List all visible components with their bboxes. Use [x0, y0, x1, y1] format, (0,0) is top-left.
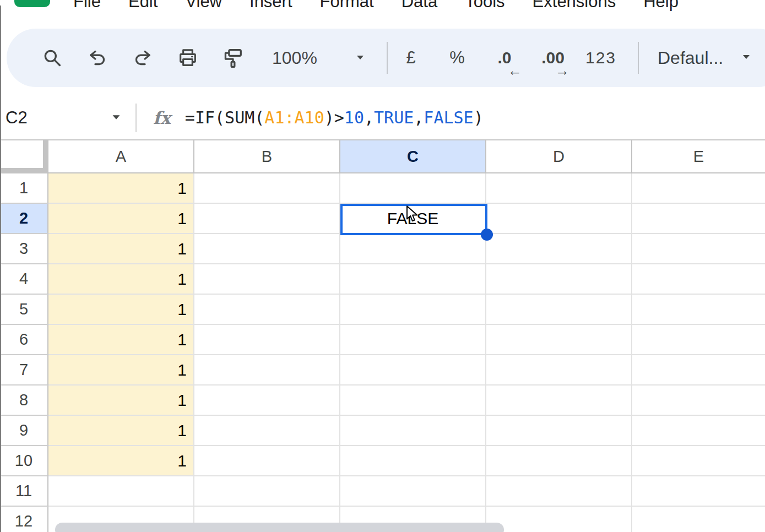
zoom-selector[interactable]: 100%	[269, 48, 373, 68]
cell-E1[interactable]	[632, 173, 765, 204]
cell-D4[interactable]	[486, 264, 632, 295]
search-button[interactable]	[30, 35, 75, 80]
row-header-12[interactable]: 12	[0, 507, 48, 532]
print-button[interactable]	[165, 35, 210, 80]
cell-B11[interactable]	[194, 476, 340, 507]
cell-D5[interactable]	[486, 295, 632, 325]
cell-E11[interactable]	[632, 476, 765, 507]
cell-B6[interactable]	[194, 325, 340, 355]
cell-D3[interactable]	[486, 234, 632, 264]
decrease-decimal-button[interactable]: .0 ←	[480, 35, 529, 80]
row-header-5[interactable]: 5	[0, 295, 48, 325]
cell-C5[interactable]	[340, 295, 486, 325]
cell-D10[interactable]	[486, 446, 632, 476]
format-percent-button[interactable]: %	[434, 48, 480, 68]
cell-E3[interactable]	[632, 234, 765, 264]
row-header-8[interactable]: 8	[0, 386, 48, 416]
format-currency-button[interactable]: £	[388, 48, 434, 68]
column-header-d[interactable]: D	[486, 140, 632, 173]
row-header-2[interactable]: 2	[0, 204, 48, 234]
cell-D7[interactable]	[486, 355, 632, 386]
active-cell-selection[interactable]	[340, 204, 487, 235]
cell-A1[interactable]: 1	[48, 173, 194, 204]
horizontal-scrollbar[interactable]	[55, 523, 504, 532]
row-header-3[interactable]: 3	[0, 234, 48, 264]
cell-D11[interactable]	[486, 476, 632, 507]
column-header-c[interactable]: C	[340, 140, 486, 173]
fill-handle[interactable]	[481, 229, 493, 241]
menu-item-extensions[interactable]: Extensions	[533, 0, 616, 10]
more-formats-button[interactable]: 123	[577, 48, 625, 67]
menu-item-file[interactable]: File	[73, 0, 101, 10]
cell-E9[interactable]	[632, 416, 765, 446]
formula-input[interactable]: =IF(SUM(A1:A10)>10,TRUE,FALSE)	[185, 108, 484, 127]
cell-C6[interactable]	[340, 325, 486, 355]
row-header-11[interactable]: 11	[0, 476, 48, 507]
cell-D9[interactable]	[486, 416, 632, 446]
cell-C4[interactable]	[340, 264, 486, 295]
cell-B9[interactable]	[194, 416, 340, 446]
menu-item-data[interactable]: Data	[402, 0, 437, 10]
row-header-1[interactable]: 1	[0, 173, 48, 204]
cell-A10[interactable]: 1	[48, 446, 194, 476]
menu-item-edit[interactable]: Edit	[128, 0, 158, 10]
cell-E4[interactable]	[632, 264, 765, 295]
cell-A7[interactable]: 1	[48, 355, 194, 386]
select-all-corner[interactable]	[0, 140, 48, 173]
menu-item-view[interactable]: View	[185, 0, 222, 10]
menu-item-help[interactable]: Help	[643, 0, 679, 10]
cell-B8[interactable]	[194, 386, 340, 416]
cell-C9[interactable]	[340, 416, 486, 446]
row-header-6[interactable]: 6	[0, 325, 48, 355]
cell-C11[interactable]	[340, 476, 486, 507]
sheets-logo-icon[interactable]	[14, 0, 50, 7]
cell-A3[interactable]: 1	[48, 234, 194, 264]
cell-D12[interactable]	[486, 507, 632, 532]
cell-D1[interactable]	[486, 173, 632, 204]
cell-A9[interactable]: 1	[48, 416, 194, 446]
row-header-10[interactable]: 10	[0, 446, 48, 476]
cell-A11[interactable]	[48, 476, 194, 507]
cell-C1[interactable]	[340, 173, 486, 204]
row-header-7[interactable]: 7	[0, 355, 48, 386]
cell-E2[interactable]	[632, 204, 765, 234]
cell-A4[interactable]: 1	[48, 264, 194, 295]
cell-D6[interactable]	[486, 325, 632, 355]
cell-E6[interactable]	[632, 325, 765, 355]
cell-B1[interactable]	[194, 173, 340, 204]
row-header-9[interactable]: 9	[0, 416, 48, 446]
cell-B10[interactable]	[194, 446, 340, 476]
cell-D2[interactable]	[486, 204, 632, 234]
undo-button[interactable]	[75, 35, 120, 80]
cell-C3[interactable]	[340, 234, 486, 264]
redo-button[interactable]	[120, 35, 165, 80]
column-header-e[interactable]: E	[632, 140, 765, 173]
cell-A2[interactable]: 1	[48, 204, 194, 234]
cell-D8[interactable]	[486, 386, 632, 416]
column-header-a[interactable]: A	[48, 140, 194, 173]
cell-B3[interactable]	[194, 234, 340, 264]
menu-item-format[interactable]: Format	[320, 0, 374, 10]
cell-E8[interactable]	[632, 386, 765, 416]
cell-C8[interactable]	[340, 386, 486, 416]
cell-B7[interactable]	[194, 355, 340, 386]
increase-decimal-button[interactable]: .00 →	[529, 35, 577, 80]
cell-B5[interactable]	[194, 295, 340, 325]
row-header-4[interactable]: 4	[0, 264, 48, 295]
menu-item-tools[interactable]: Tools	[465, 0, 504, 10]
cell-C10[interactable]	[340, 446, 486, 476]
cell-A5[interactable]: 1	[48, 295, 194, 325]
cell-E10[interactable]	[632, 446, 765, 476]
name-box[interactable]: C2	[0, 108, 122, 128]
cell-E12[interactable]	[632, 507, 765, 532]
menu-item-insert[interactable]: Insert	[249, 0, 292, 10]
cell-A6[interactable]: 1	[48, 325, 194, 355]
font-selector[interactable]: Defaul...	[653, 48, 757, 68]
cell-B4[interactable]	[194, 264, 340, 295]
cell-E7[interactable]	[632, 355, 765, 386]
paint-format-button[interactable]	[210, 35, 256, 80]
cell-E5[interactable]	[632, 295, 765, 325]
cell-C7[interactable]	[340, 355, 486, 386]
cell-B2[interactable]	[194, 204, 340, 234]
column-header-b[interactable]: B	[194, 140, 340, 173]
